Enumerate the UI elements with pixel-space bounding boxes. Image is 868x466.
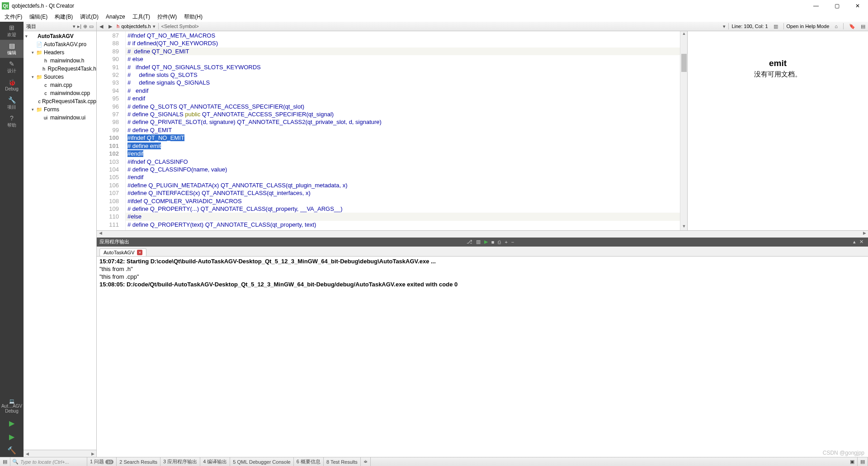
output-stop-icon[interactable]: ■ (491, 239, 495, 245)
output-tab-row: AutoTaskAGV × (97, 247, 868, 257)
editor-vscrollbar[interactable]: ▲ ▼ (680, 31, 687, 230)
open-help-mode[interactable]: Open in Help Mode (787, 24, 830, 29)
main-area: ⊞欢迎▤编辑✎设计🐞Debug🔧项目?帮助 💻Aut…AGVDebug▶▶🔨 项… (0, 22, 868, 457)
project-panel: 项目 ▾ ▸| ⊕ ▭ ▾AutoTaskAGV📄AutoTaskAGV.pro… (24, 22, 97, 457)
output-tab[interactable]: AutoTaskAGV × (99, 248, 146, 256)
tree-item[interactable]: cmain.cpp (24, 81, 96, 89)
symbol-selector[interactable]: <Select Symbol> (161, 24, 199, 29)
locator-placeholder: Type to locate (Ctrl+... (20, 459, 69, 465)
project-hscrollbar[interactable]: ◀▶ (24, 450, 96, 457)
menu-item[interactable]: 构建(B) (51, 13, 76, 21)
tree-item[interactable]: hRpcRequest4Task.h (24, 65, 96, 73)
statusbar-more-icon[interactable]: ≑ (361, 457, 371, 466)
mode-设计[interactable]: ✎设计 (0, 58, 24, 76)
maximize-button[interactable]: ▢ (826, 0, 847, 12)
run-debug-button[interactable]: ▶ (0, 430, 24, 443)
split-icon[interactable]: ▥ (771, 24, 781, 29)
output-body[interactable]: 15:07:42: Starting D:\code\Qt\build-Auto… (97, 257, 868, 457)
output-close-icon[interactable]: ✕ (859, 239, 863, 245)
statusbar-item[interactable]: 4 编译输出 (200, 457, 230, 466)
menu-item[interactable]: 调试(D) (76, 13, 102, 21)
output-maximize-icon[interactable]: ▴ (853, 239, 856, 245)
editor-header: ◀ ▶ h qobjectdefs.h ▾ <Select Symbol> ▾ … (97, 22, 868, 31)
output-tab-label: AutoTaskAGV (104, 250, 134, 255)
minimize-button[interactable]: — (806, 0, 826, 12)
toggle-right-sidebar-icon[interactable]: ▤ (858, 457, 868, 466)
tree-item[interactable]: cmainwindow.cpp (24, 89, 96, 97)
output-settings-icon[interactable]: ▥ (476, 239, 481, 245)
statusbar-item[interactable]: 5 QML Debugger Console (230, 457, 293, 466)
tree-item[interactable]: hmainwindow.h (24, 57, 96, 65)
tree-item[interactable]: ▾AutoTaskAGV (24, 32, 96, 40)
close-button[interactable]: ✕ (847, 0, 868, 12)
titlebar: Qt qobjectdefs.h - Qt Creator (0, 0, 868, 12)
tree-item[interactable]: ▾📁Headers (24, 48, 96, 57)
file-dropdown-icon[interactable]: ▾ (153, 24, 156, 29)
toggle-sidebar-icon[interactable]: ▤ (0, 457, 10, 466)
nav-back-icon[interactable]: ◀ (97, 24, 106, 29)
project-filter-icon[interactable]: ▸| (77, 24, 81, 29)
menubar: 文件(F)编辑(E)构建(B)调试(D)Analyze工具(T)控件(W)帮助(… (0, 12, 868, 22)
statusbar-item[interactable]: 6 概要信息 (294, 457, 324, 466)
file-icon: h (117, 24, 119, 29)
output-header: 应用程序输出 ⎇ ▥ ▶ ■ ⎙ + − ▴ ✕ (97, 238, 868, 247)
search-icon: 🔍 (12, 459, 19, 465)
menu-item[interactable]: 编辑(E) (26, 13, 51, 21)
statusbar-item[interactable]: 8 Test Results (324, 457, 361, 466)
output-attach-icon[interactable]: ⎙ (498, 239, 501, 245)
menu-item[interactable]: 控件(W) (154, 13, 180, 21)
close-help-icon[interactable]: ▤ (858, 24, 868, 29)
output-filter-icon[interactable]: ⎇ (467, 239, 472, 245)
editor-filename[interactable]: qobjectdefs.h (121, 24, 151, 29)
tree-item[interactable]: uimainwindow.ui (24, 114, 96, 122)
bookmark-icon[interactable]: 🔖 (846, 24, 858, 29)
build-button[interactable]: 🔨 (0, 443, 24, 457)
window-title: qobjectdefs.h - Qt Creator (12, 3, 866, 9)
editor-hscrollbar[interactable]: ◀▶ (97, 230, 868, 238)
help-title: emit (769, 58, 787, 68)
center-column: ◀ ▶ h qobjectdefs.h ▾ <Select Symbol> ▾ … (97, 22, 868, 457)
statusbar: ▤ 🔍 Type to locate (Ctrl+... 1 问题 102 Se… (0, 457, 868, 466)
project-sync-icon[interactable]: ⊕ (83, 24, 87, 29)
tree-item[interactable]: cRpcRequest4Task.cpp (24, 97, 96, 105)
menu-item[interactable]: Analyze (102, 14, 129, 20)
statusbar-item[interactable]: 3 应用程序输出 (160, 457, 200, 466)
mode-编辑[interactable]: ▤编辑 (0, 40, 24, 58)
mode-欢迎[interactable]: ⊞欢迎 (0, 22, 24, 40)
menu-item[interactable]: 工具(T) (129, 13, 154, 21)
mode-项目[interactable]: 🔧项目 (0, 94, 24, 112)
output-line: 15:07:42: Starting D:\code\Qt\build-Auto… (99, 257, 865, 265)
tree-item[interactable]: ▾📁Forms (24, 105, 96, 114)
symbol-dropdown-icon[interactable]: ▾ (723, 24, 726, 29)
tree-item[interactable]: ▾📁Sources (24, 73, 96, 81)
nav-forward-icon[interactable]: ▶ (106, 24, 115, 29)
statusbar-item[interactable]: 2 Search Results (117, 457, 160, 466)
project-split-icon[interactable]: ▭ (89, 24, 94, 29)
output-add-icon[interactable]: + (505, 239, 507, 245)
output-line: "this from .h" (99, 265, 865, 273)
output-remove-icon[interactable]: − (511, 239, 514, 245)
tree-item[interactable]: 📄AutoTaskAGV.pro (24, 40, 96, 48)
progress-icon[interactable]: ▣ (847, 457, 858, 466)
output-tab-close-icon[interactable]: × (137, 250, 142, 255)
kit-selector[interactable]: 💻Aut…AGVDebug (0, 396, 23, 416)
mode-Debug[interactable]: 🐞Debug (0, 76, 24, 94)
output-title: 应用程序输出 (99, 238, 129, 245)
menu-item[interactable]: 文件(F) (1, 13, 26, 21)
project-panel-header: 项目 ▾ ▸| ⊕ ▭ (24, 22, 96, 31)
editor-row: 8788899091929394959697989910010110210310… (97, 31, 868, 230)
output-run-icon[interactable]: ▶ (484, 239, 488, 245)
home-icon[interactable]: ⌂ (832, 24, 840, 29)
project-panel-title: 项目 (26, 23, 71, 30)
mode-帮助[interactable]: ?帮助 (0, 112, 24, 130)
project-tree[interactable]: ▾AutoTaskAGV📄AutoTaskAGV.pro▾📁Headershma… (24, 31, 96, 450)
project-dropdown-icon[interactable]: ▾ (73, 24, 75, 29)
statusbar-item[interactable]: 1 问题 10 (87, 457, 117, 466)
output-line: 15:08:05: D:/code/Qt/build-AutoTaskAGV-D… (99, 281, 865, 288)
locator-input[interactable]: 🔍 Type to locate (Ctrl+... (10, 457, 87, 466)
code-content[interactable]: #ifndef QT_NO_META_MACROS# if defined(QT… (126, 31, 680, 230)
menu-item[interactable]: 帮助(H) (180, 13, 206, 21)
run-button[interactable]: ▶ (0, 416, 24, 430)
mode-sidebar: ⊞欢迎▤编辑✎设计🐞Debug🔧项目?帮助 💻Aut…AGVDebug▶▶🔨 (0, 22, 24, 457)
code-editor[interactable]: 8788899091929394959697989910010110210310… (97, 31, 687, 230)
